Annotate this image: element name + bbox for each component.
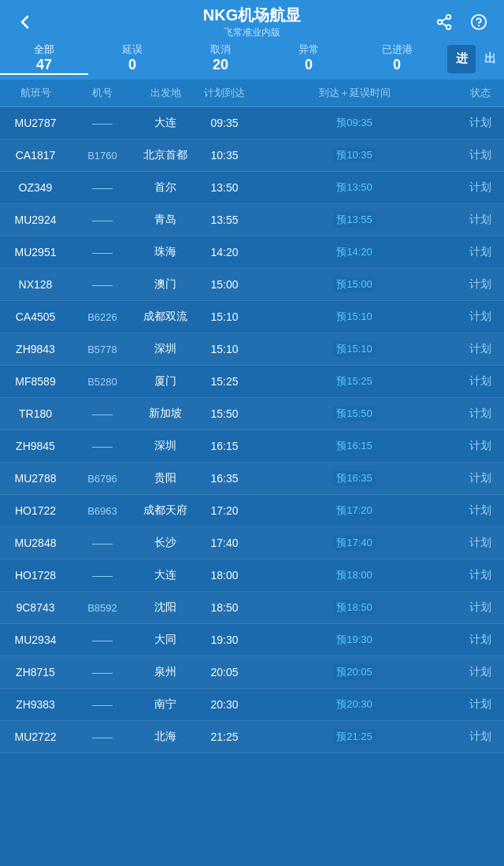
cell-eta: 预17:20	[252, 503, 457, 518]
table-row[interactable]: 9C8743 B8592 沈阳 18:50 预18:50 计划	[0, 592, 504, 624]
table-row[interactable]: HO1722 B6963 成都天府 17:20 预17:20 计划	[0, 495, 504, 527]
share-button[interactable]	[432, 9, 457, 35]
cell-sched: 15:50	[197, 407, 252, 420]
cell-origin: 大同	[134, 633, 197, 647]
table-row[interactable]: MU2848 —— 长沙 17:40 预17:40 计划	[0, 527, 504, 559]
cell-status: 计划	[457, 116, 504, 130]
cell-eta: 预15:25	[252, 374, 457, 389]
cell-eta: 预14:20	[252, 244, 457, 260]
table-row[interactable]: MU2934 —— 大同 19:30 预19:30 计划	[0, 624, 504, 656]
cell-sched: 21:25	[197, 730, 252, 743]
tab-label-cancel: 取消	[176, 43, 265, 57]
cell-sched: 16:35	[197, 472, 252, 485]
table-row[interactable]: TR180 —— 新加坡 15:50 预15:50 计划	[0, 398, 504, 430]
cell-sched: 15:25	[197, 375, 252, 388]
tab-count-arrived: 0	[353, 57, 441, 73]
cell-origin: 成都双流	[134, 310, 197, 324]
eta-badge: 预18:50	[333, 600, 376, 615]
cell-plane: ——	[71, 214, 134, 226]
cell-flight: ZH9383	[0, 698, 71, 711]
tab-count-delay: 0	[88, 57, 176, 73]
table-row[interactable]: MU2924 —— 青岛 13:55 预13:55 计划	[0, 204, 504, 236]
table-row[interactable]: MF8589 B5280 厦门 15:25 预15:25 计划	[0, 366, 504, 398]
table-row[interactable]: HO1728 —— 大连 18:00 预18:00 计划	[0, 559, 504, 592]
table-row[interactable]: CA1817 B1760 北京首都 10:35 预10:35 计划	[0, 139, 504, 172]
cell-eta: 预17:40	[252, 535, 457, 551]
cell-flight: ZH9845	[0, 440, 71, 452]
cell-plane: ——	[71, 440, 134, 452]
table-row[interactable]: ZH9843 B5778 深圳 15:10 预15:10 计划	[0, 333, 504, 366]
tab-count-abnormal: 0	[265, 57, 353, 73]
eta-badge: 预18:00	[333, 567, 376, 583]
cell-sched: 20:30	[197, 698, 252, 711]
tab-delay[interactable]: 延误 0	[88, 43, 176, 75]
cell-eta: 预20:30	[252, 697, 457, 712]
table-row[interactable]: MU2788 B6796 贵阳 16:35 预16:35 计划	[0, 463, 504, 495]
cell-sched: 18:00	[197, 569, 252, 582]
cell-sched: 13:50	[197, 181, 252, 194]
tab-arrived[interactable]: 已进港 0	[353, 43, 441, 75]
direction-out-button[interactable]: 出	[476, 45, 504, 73]
cell-sched: 10:35	[197, 149, 252, 162]
direction-in-button[interactable]: 进	[447, 45, 476, 73]
cell-origin: 澳门	[134, 277, 197, 292]
cell-flight: HO1728	[0, 569, 71, 582]
cell-flight: CA1817	[0, 149, 71, 162]
table-row[interactable]: ZH9845 —— 深圳 16:15 预16:15 计划	[0, 430, 504, 463]
tab-label-delay: 延误	[88, 43, 176, 57]
help-button[interactable]	[466, 9, 491, 35]
eta-badge: 预14:20	[333, 244, 376, 260]
cell-status: 计划	[457, 277, 504, 292]
col-header-eta: 到达＋延误时间	[252, 86, 457, 100]
cell-plane: ——	[71, 731, 134, 743]
tab-abnormal[interactable]: 异常 0	[265, 43, 353, 75]
cell-plane: ——	[71, 699, 134, 711]
cell-eta: 预15:10	[252, 341, 457, 357]
eta-badge: 预21:25	[333, 729, 376, 745]
cell-origin: 北海	[134, 730, 197, 744]
cell-eta: 预18:50	[252, 600, 457, 615]
app-title: NKG机场航显	[203, 5, 301, 26]
cell-plane: ——	[71, 634, 134, 646]
table-row[interactable]: MU2951 —— 珠海 14:20 预14:20 计划	[0, 236, 504, 269]
table-row[interactable]: OZ349 —— 首尔 13:50 预13:50 计划	[0, 172, 504, 204]
cell-plane: ——	[71, 279, 134, 291]
app-subtitle: 飞常准业内版	[203, 26, 301, 39]
cell-eta: 预09:35	[252, 115, 457, 131]
cell-status: 计划	[457, 439, 504, 453]
table-row[interactable]: CA4505 B6226 成都双流 15:10 预15:10 计划	[0, 301, 504, 333]
cell-eta: 预10:35	[252, 147, 457, 163]
table-row[interactable]: MU2787 —— 大连 09:35 预09:35 计划	[0, 107, 504, 139]
tab-cancel[interactable]: 取消 20	[176, 43, 265, 75]
table-row[interactable]: MU2722 —— 北海 21:25 预21:25 计划	[0, 721, 504, 753]
svg-line-4	[442, 18, 447, 21]
eta-badge: 预16:35	[333, 470, 376, 486]
cell-eta: 预20:05	[252, 664, 457, 680]
cell-plane: B6963	[71, 505, 134, 517]
cell-sched: 15:10	[197, 310, 252, 323]
cell-status: 计划	[457, 504, 504, 518]
tab-bar-row: 全部 47 延误 0 取消 20 异常 0 已进港 0 进 出	[0, 43, 504, 80]
cell-flight: MU2924	[0, 214, 71, 226]
tab-all[interactable]: 全部 47	[0, 43, 88, 75]
cell-eta: 预16:15	[252, 438, 457, 454]
cell-origin: 大连	[134, 116, 197, 130]
cell-status: 计划	[457, 407, 504, 421]
cell-eta: 预19:30	[252, 632, 457, 648]
cell-plane: ——	[71, 667, 134, 678]
table-row[interactable]: ZH9383 —— 南宁 20:30 预20:30 计划	[0, 689, 504, 721]
eta-badge: 预20:05	[333, 664, 376, 680]
cell-sched: 15:00	[197, 278, 252, 291]
direction-toggle: 进 出	[447, 45, 504, 73]
cell-plane: B5280	[71, 376, 134, 388]
cell-plane: B5778	[71, 344, 134, 355]
table-row[interactable]: NX128 —— 澳门 15:00 预15:00 计划	[0, 269, 504, 301]
cell-status: 计划	[457, 633, 504, 647]
col-header-sched: 计划到达	[197, 86, 252, 100]
cell-plane: ——	[71, 537, 134, 549]
cell-flight: MU2951	[0, 246, 71, 258]
table-row[interactable]: ZH8715 —— 泉州 20:05 预20:05 计划	[0, 656, 504, 689]
cell-flight: MU2787	[0, 117, 71, 129]
cell-status: 计划	[457, 600, 504, 615]
back-button[interactable]	[13, 9, 38, 35]
